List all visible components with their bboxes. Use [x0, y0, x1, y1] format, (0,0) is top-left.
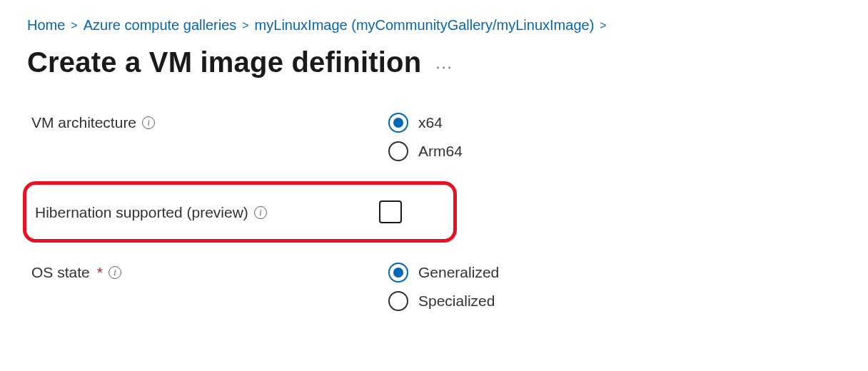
radio-arm64-label: Arm64	[418, 143, 463, 160]
vm-architecture-label-text: VM architecture	[31, 114, 136, 131]
hibernation-checkbox[interactable]	[379, 200, 402, 223]
radio-x64[interactable]: x64	[388, 113, 463, 133]
info-icon[interactable]: i	[142, 116, 155, 129]
chevron-right-icon: >	[600, 19, 606, 32]
radio-arm64[interactable]: Arm64	[388, 141, 463, 161]
radio-icon	[388, 291, 408, 311]
page-title: Create a VM image definition	[27, 46, 421, 78]
hibernation-row-highlight: Hibernation supported (preview) i	[23, 181, 457, 243]
hibernation-label: Hibernation supported (preview) i	[35, 203, 375, 221]
hibernation-input	[375, 200, 402, 223]
breadcrumb: Home > Azure compute galleries > myLinux…	[27, 17, 841, 34]
info-icon[interactable]: i	[254, 206, 267, 219]
os-state-label-text: OS state	[31, 264, 90, 281]
radio-specialized[interactable]: Specialized	[388, 291, 499, 311]
chevron-right-icon: >	[242, 19, 248, 32]
radio-x64-label: x64	[418, 114, 443, 131]
radio-icon-selected	[388, 113, 408, 133]
vm-architecture-options: x64 Arm64	[388, 113, 463, 161]
radio-generalized[interactable]: Generalized	[388, 263, 499, 283]
os-state-options: Generalized Specialized	[388, 263, 499, 311]
breadcrumb-image[interactable]: myLinuxImage (myCommunityGallery/myLinux…	[255, 17, 595, 34]
form-area: VM architecture i x64 Arm64 Hibernation …	[27, 113, 841, 311]
radio-icon	[388, 141, 408, 161]
vm-architecture-row: VM architecture i x64 Arm64	[31, 113, 841, 161]
page-title-row: Create a VM image definition ···	[27, 46, 841, 78]
breadcrumb-galleries[interactable]: Azure compute galleries	[84, 17, 237, 34]
radio-icon-selected	[388, 263, 408, 283]
radio-specialized-label: Specialized	[418, 293, 495, 310]
hibernation-label-text: Hibernation supported (preview)	[35, 204, 248, 221]
radio-generalized-label: Generalized	[418, 264, 499, 281]
required-asterisk: *	[97, 264, 103, 281]
info-icon[interactable]: i	[108, 266, 121, 279]
breadcrumb-home[interactable]: Home	[27, 17, 65, 34]
chevron-right-icon: >	[71, 19, 77, 32]
vm-architecture-label: VM architecture i	[31, 113, 388, 131]
os-state-row: OS state * i Generalized Specialized	[31, 263, 841, 311]
os-state-label: OS state * i	[31, 263, 388, 281]
more-menu-icon[interactable]: ···	[435, 51, 453, 75]
